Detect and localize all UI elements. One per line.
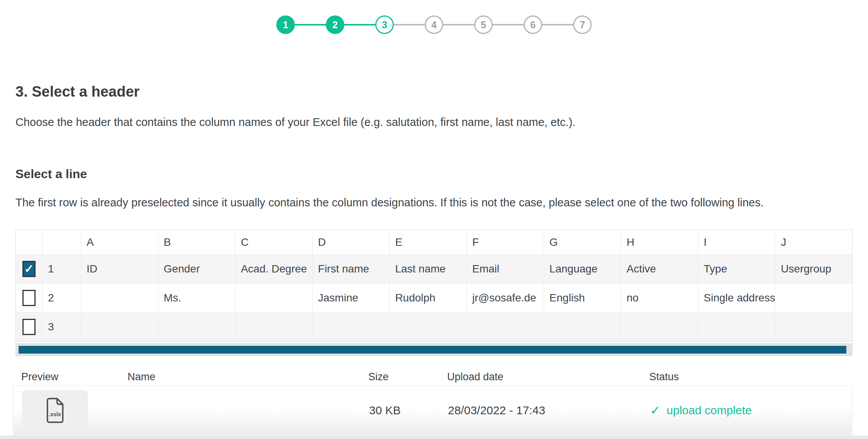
sheet-cell-A1: ID bbox=[81, 255, 158, 283]
sheet-cell-G2: English bbox=[544, 284, 621, 312]
file-status-label: upload complete bbox=[667, 404, 752, 417]
sheet-cell-B3 bbox=[158, 313, 235, 341]
sheet-cell-E3 bbox=[389, 313, 466, 341]
sheet-cell-H2: no bbox=[621, 284, 698, 312]
file-header-status: Status bbox=[641, 371, 853, 383]
step-5[interactable]: 5 bbox=[474, 15, 493, 34]
column-letter-B: B bbox=[158, 230, 235, 254]
file-header-size: Size bbox=[360, 371, 439, 383]
sheet-cell-D2: Jasmine bbox=[312, 284, 390, 312]
checkmark-icon: ✓ bbox=[24, 263, 34, 275]
select-line-title: Select a line bbox=[15, 167, 87, 181]
sheet-cell-C1: Acad. Degree bbox=[235, 255, 312, 283]
sheet-cell-D1: First name bbox=[312, 255, 390, 283]
file-upload-date: 28/03/2022 - 17:43 bbox=[439, 404, 642, 417]
row-number: 2 bbox=[42, 284, 81, 312]
sheet-cell-J2 bbox=[775, 284, 852, 312]
page-title: 3. Select a header bbox=[15, 83, 140, 100]
sheet-cell-H1: Active bbox=[621, 255, 698, 283]
column-letter-H: H bbox=[621, 230, 698, 254]
sheet-row-1: ✓1IDGenderAcad. DegreeFirst nameLast nam… bbox=[16, 254, 852, 283]
file-header-preview: Preview bbox=[13, 371, 119, 383]
step-connector bbox=[295, 24, 326, 26]
step-connector bbox=[493, 24, 524, 26]
sheet-cell-F2: jr@sosafe.de bbox=[466, 284, 544, 312]
sheet-cell-I3 bbox=[698, 313, 775, 341]
sheet-row-2: 2Ms.JasmineRudolphjr@sosafe.deEnglishnoS… bbox=[16, 283, 852, 312]
column-letter-E: E bbox=[389, 230, 466, 254]
select-line-description: The first row is already preselected sin… bbox=[15, 196, 764, 209]
sheet-cell-C3 bbox=[235, 313, 312, 341]
svg-text:.xslx: .xslx bbox=[49, 411, 61, 417]
step-connector bbox=[443, 24, 474, 26]
sheet-cell-G3 bbox=[544, 313, 621, 341]
step-6[interactable]: 6 bbox=[524, 15, 542, 34]
column-letter-I: I bbox=[698, 230, 775, 254]
row-number: 3 bbox=[42, 313, 81, 341]
sheet-preview-table: ABCDEFGHIJ✓1IDGenderAcad. DegreeFirst na… bbox=[15, 230, 853, 342]
column-letter-D: D bbox=[312, 230, 390, 254]
sheet-cell-J1: Usergroup bbox=[775, 255, 852, 283]
row-checkbox-cell: ✓ bbox=[16, 255, 42, 283]
sheet-cell-C2 bbox=[235, 284, 312, 312]
column-letter-A: A bbox=[81, 230, 158, 254]
sheet-cell-H3 bbox=[621, 313, 698, 341]
step-connector bbox=[394, 24, 425, 26]
column-letter-G: G bbox=[544, 230, 621, 254]
sheet-cell-E1: Last name bbox=[389, 255, 466, 283]
step-7[interactable]: 7 bbox=[573, 15, 592, 34]
sheet-cell-F3 bbox=[466, 313, 544, 341]
row-number: 1 bbox=[42, 255, 81, 283]
row-select-checkbox-3[interactable] bbox=[22, 319, 36, 335]
row-select-checkbox-2[interactable] bbox=[22, 290, 36, 306]
step-2[interactable]: 2 bbox=[326, 15, 344, 34]
sheet-header-row: ABCDEFGHIJ bbox=[16, 230, 852, 254]
check-icon: ✓ bbox=[650, 404, 660, 417]
xlsx-file-icon: .xslx bbox=[45, 398, 65, 423]
file-thumbnail: .xslx bbox=[22, 390, 88, 430]
column-letter-J: J bbox=[775, 230, 852, 254]
column-letter-F: F bbox=[466, 230, 544, 254]
sheet-cell-I2: Single address bbox=[698, 284, 775, 312]
sheet-cell-J3 bbox=[775, 313, 852, 341]
upload-wizard-page: 1234567 3. Select a header Choose the he… bbox=[0, 0, 868, 439]
step-1[interactable]: 1 bbox=[276, 15, 295, 34]
file-size: 30 KB bbox=[361, 404, 439, 417]
sheet-cell-A2 bbox=[81, 284, 158, 312]
page-description: Choose the header that contains the colu… bbox=[15, 116, 575, 129]
sheet-cell-F1: Email bbox=[466, 255, 544, 283]
file-status: ✓ upload complete bbox=[642, 404, 852, 417]
sheet-cell-A3 bbox=[81, 313, 158, 341]
row-checkbox-cell bbox=[16, 313, 42, 341]
sheet-cell-E2: Rudolph bbox=[389, 284, 466, 312]
uploaded-file-row: .xslx 30 KB 28/03/2022 - 17:43 ✓ upload … bbox=[13, 385, 853, 436]
sheet-cell-D3 bbox=[312, 313, 390, 341]
sheet-corner-cell bbox=[42, 230, 81, 254]
file-list-header: Preview Name Size Upload date Status bbox=[13, 371, 853, 383]
sheet-corner-cell bbox=[16, 230, 42, 254]
file-header-upload-date: Upload date bbox=[439, 371, 641, 383]
file-preview-cell: .xslx bbox=[14, 390, 120, 430]
row-checkbox-cell bbox=[16, 284, 42, 312]
column-letter-C: C bbox=[235, 230, 312, 254]
step-4[interactable]: 4 bbox=[425, 15, 443, 34]
step-3[interactable]: 3 bbox=[375, 15, 394, 34]
sheet-cell-B1: Gender bbox=[158, 255, 235, 283]
sheet-row-3: 3 bbox=[16, 312, 852, 341]
row-select-checkbox-1[interactable]: ✓ bbox=[22, 261, 36, 277]
wizard-stepper: 1234567 bbox=[276, 15, 592, 34]
bottom-divider bbox=[0, 436, 868, 439]
step-connector bbox=[542, 24, 573, 26]
horizontal-scrollbar-thumb[interactable] bbox=[19, 346, 846, 354]
sheet-cell-G1: Language bbox=[544, 255, 621, 283]
step-connector bbox=[344, 24, 375, 26]
sheet-cell-B2: Ms. bbox=[158, 284, 235, 312]
sheet-cell-I1: Type bbox=[698, 255, 775, 283]
file-header-name: Name bbox=[119, 371, 360, 383]
horizontal-scrollbar-track[interactable] bbox=[15, 343, 853, 356]
